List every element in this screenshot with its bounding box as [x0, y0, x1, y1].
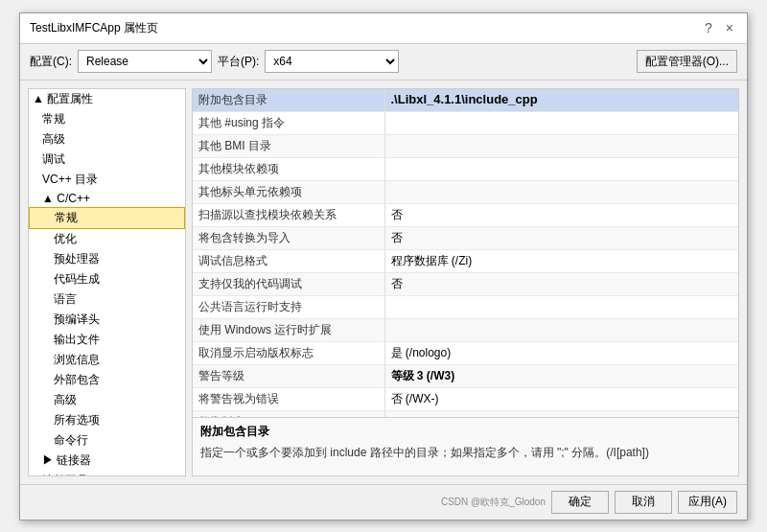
tree-item-pch[interactable]: 预编译头: [29, 310, 185, 330]
table-row[interactable]: 公共语言运行时支持: [193, 295, 738, 318]
title-bar-buttons: ? ×: [701, 21, 737, 35]
prop-name: 其他模块依赖项: [193, 157, 384, 180]
table-row[interactable]: 其他模块依赖项: [193, 157, 738, 180]
table-row[interactable]: 取消显示启动版权标志是 (/nologo): [193, 341, 738, 364]
prop-value: [384, 157, 738, 180]
table-row[interactable]: 调试信息格式程序数据库 (/Zi): [193, 249, 738, 272]
table-row[interactable]: 附加包含目录.\Libxl_4.1.1\include_cpp: [193, 89, 738, 112]
prop-name: 其他 BMI 目录: [193, 134, 384, 157]
apply-button[interactable]: 应用(A): [678, 491, 737, 514]
tree-item-cmdline[interactable]: 命令行: [29, 430, 185, 451]
table-row[interactable]: 扫描源以查找模块依赖关系否: [193, 203, 738, 226]
dialog-title: TestLibxIMFCApp 属性页: [30, 20, 158, 36]
tree-item-cpp[interactable]: ▲ C/C++: [29, 190, 185, 207]
tree-item-general[interactable]: 常规: [29, 109, 185, 129]
table-row[interactable]: 其他标头单元依赖项: [193, 180, 738, 203]
title-bar: TestLibxIMFCApp 属性页 ? ×: [20, 13, 747, 44]
props-table: 附加包含目录.\Libxl_4.1.1\include_cpp其他 #using…: [193, 89, 738, 418]
desc-title: 附加包含目录: [200, 424, 731, 440]
tree-item-cpp-general[interactable]: 常规: [29, 207, 185, 229]
prop-name: 将警告视为错误: [193, 387, 384, 410]
prop-value: 否 (/WX-): [384, 387, 738, 410]
prop-value: [384, 318, 738, 341]
prop-name: 附加包含目录: [193, 89, 384, 112]
tree-item-preproc[interactable]: 预处理器: [29, 249, 185, 269]
property-table: 附加包含目录.\Libxl_4.1.1\include_cpp其他 #using…: [193, 89, 738, 418]
prop-value: [384, 111, 738, 134]
prop-name: 调试信息格式: [193, 249, 384, 272]
tree-item-all[interactable]: 所有选项: [29, 410, 185, 430]
tree-item-debug[interactable]: 调试: [29, 150, 185, 170]
prop-name: 公共语言运行时支持: [193, 295, 384, 318]
tree-item-adv[interactable]: 高级: [29, 390, 185, 410]
tree-item-vc-dir[interactable]: VC++ 目录: [29, 170, 185, 190]
description-panel: 附加包含目录 指定一个或多个要添加到 include 路径中的目录；如果指定多个…: [193, 418, 738, 475]
prop-name: 警告等级: [193, 364, 384, 387]
tree-item-optimize[interactable]: 优化: [29, 229, 185, 249]
prop-value: .\Libxl_4.1.1\include_cpp: [384, 89, 738, 112]
tree-item-config-props[interactable]: ▲ 配置属性: [29, 89, 185, 109]
bottom-bar: CSDN @欧特克_Glodon 确定 取消 应用(A): [20, 484, 747, 520]
prop-value: [384, 180, 738, 203]
prop-name: 使用 Windows 运行时扩展: [193, 318, 384, 341]
desc-text: 指定一个或多个要添加到 include 路径中的目录；如果指定多个，请用 ";"…: [200, 444, 731, 461]
cancel-button[interactable]: 取消: [615, 491, 672, 514]
prop-value: [384, 410, 738, 418]
platform-select[interactable]: x64: [265, 50, 399, 73]
prop-name: 警告版本: [193, 410, 384, 418]
manage-config-button[interactable]: 配置管理器(O)...: [637, 50, 737, 73]
table-row[interactable]: 其他 #using 指令: [193, 111, 738, 134]
tree-item-browse[interactable]: 浏览信息: [29, 350, 185, 370]
table-row[interactable]: 将警告视为错误否 (/WX-): [193, 387, 738, 410]
tree-item-advanced[interactable]: 高级: [29, 129, 185, 150]
prop-value: [384, 295, 738, 318]
prop-name: 其他标头单元依赖项: [193, 180, 384, 203]
prop-value: 程序数据库 (/Zi): [384, 249, 738, 272]
prop-value: 否: [384, 272, 738, 295]
close-button[interactable]: ×: [722, 21, 737, 35]
tree-item-linker[interactable]: ▶ 链接器: [29, 451, 185, 471]
right-properties-panel: 附加包含目录.\Libxl_4.1.1\include_cpp其他 #using…: [192, 88, 739, 476]
tree-item-lang[interactable]: 语言: [29, 289, 185, 310]
config-select[interactable]: Release: [78, 50, 212, 73]
table-row[interactable]: 其他 BMI 目录: [193, 134, 738, 157]
tree-item-codegen[interactable]: 代码生成: [29, 269, 185, 289]
tree-item-manifest[interactable]: 清单工具: [29, 471, 185, 476]
main-content: ▲ 配置属性常规高级调试VC++ 目录▲ C/C++常规优化预处理器代码生成语言…: [20, 81, 747, 484]
prop-name: 将包含转换为导入: [193, 226, 384, 249]
prop-name: 其他 #using 指令: [193, 111, 384, 134]
table-row[interactable]: 警告等级等级 3 (/W3): [193, 364, 738, 387]
tree-item-output[interactable]: 输出文件: [29, 330, 185, 350]
prop-value: 否: [384, 203, 738, 226]
main-dialog: TestLibxIMFCApp 属性页 ? × 配置(C): Release 平…: [19, 12, 748, 520]
prop-value: 等级 3 (/W3): [384, 364, 738, 387]
table-row[interactable]: 将包含转换为导入否: [193, 226, 738, 249]
table-row[interactable]: 支持仅我的代码调试否: [193, 272, 738, 295]
left-tree-panel: ▲ 配置属性常规高级调试VC++ 目录▲ C/C++常规优化预处理器代码生成语言…: [28, 88, 186, 476]
config-label: 配置(C):: [30, 54, 72, 70]
watermark: CSDN @欧特克_Glodon: [441, 496, 546, 509]
table-row[interactable]: 使用 Windows 运行时扩展: [193, 318, 738, 341]
prop-value: 否: [384, 226, 738, 249]
platform-label: 平台(P):: [218, 54, 259, 70]
toolbar: 配置(C): Release 平台(P): x64 配置管理器(O)...: [20, 44, 747, 81]
table-row[interactable]: 警告版本: [193, 410, 738, 418]
prop-name: 取消显示启动版权标志: [193, 341, 384, 364]
prop-value: [384, 134, 738, 157]
prop-name: 支持仅我的代码调试: [193, 272, 384, 295]
prop-name: 扫描源以查找模块依赖关系: [193, 203, 384, 226]
help-button[interactable]: ?: [701, 21, 716, 35]
tree-item-extern[interactable]: 外部包含: [29, 370, 185, 390]
prop-value: 是 (/nologo): [384, 341, 738, 364]
ok-button[interactable]: 确定: [551, 491, 609, 514]
